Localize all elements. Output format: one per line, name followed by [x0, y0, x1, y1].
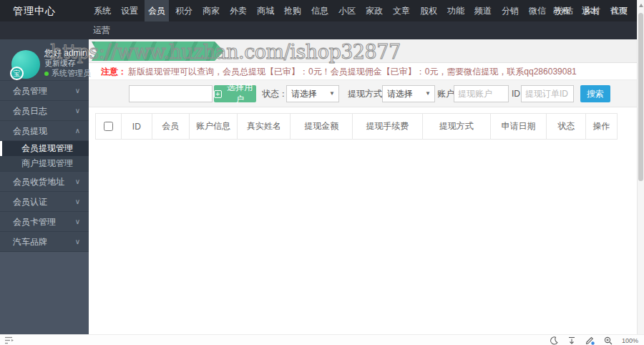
topnav-right-item[interactable]: 退出 — [576, 0, 605, 21]
status-select[interactable]: 请选择 ▼ — [286, 85, 339, 102]
id-label: ID — [512, 89, 520, 98]
sidebar-item-label: 会员认证 — [13, 197, 47, 207]
method-select[interactable]: 请选择 ▼ — [382, 85, 435, 102]
header-cell-account-info: 账户信息 — [189, 114, 238, 139]
status-select-value: 请选择 — [291, 89, 317, 99]
zoom-in-icon[interactable] — [604, 336, 613, 345]
topnav-item[interactable]: 分销 — [498, 0, 522, 21]
sidebar-item-member-log[interactable]: 会员日志 ∨ — [0, 101, 89, 121]
sidebar-item-member-card[interactable]: 会员卡管理 ∨ — [0, 212, 89, 232]
chevron-down-icon: ∨ — [75, 232, 80, 252]
scroll-up-arrow-icon[interactable] — [639, 4, 643, 7]
profile-panel: 宝 您好 admin 更新缓存 系统管理员 — [0, 39, 89, 81]
topnav-item[interactable]: 积分 — [172, 0, 196, 21]
app-title: 管理中心 — [13, 0, 56, 21]
withdraw-submenu: 会员提现管理 商户提现管理 — [0, 141, 89, 172]
scrollbar-thumb[interactable] — [638, 13, 643, 181]
annotate-pencil-icon[interactable] — [585, 336, 595, 345]
subnav-item-operations[interactable]: 运营 — [93, 21, 110, 39]
toc-icon[interactable] — [4, 336, 14, 344]
topnav-item[interactable]: 微信 — [525, 0, 550, 21]
status-bar: 100% — [0, 334, 644, 345]
sidebar-item-label: 会员卡管理 — [13, 217, 56, 227]
header-cell-member: 会员 — [152, 114, 189, 139]
chevron-down-icon: ∨ — [75, 172, 80, 192]
caret-down-icon: ▼ — [329, 86, 335, 102]
breadcrumb-strip — [89, 39, 637, 63]
select-user-label: 选择用户 — [224, 82, 256, 106]
topbar: 管理中心 系统设置会员积分商家外卖商城抢购信息小区家政文章股权功能频道分销微信分… — [0, 0, 644, 21]
topnav-item[interactable]: 股权 — [416, 0, 441, 21]
topnav-right-menu: 教程退出首页 — [547, 0, 633, 21]
topnav-item[interactable]: 信息 — [308, 0, 332, 21]
account-label: 账户 — [437, 89, 454, 98]
account-input[interactable] — [454, 85, 509, 102]
header-cell-status: 状态 — [546, 114, 585, 139]
topnav-item[interactable]: 外卖 — [226, 0, 250, 21]
chevron-down-icon: ∨ — [75, 212, 80, 232]
filter-toolbar: + 选择用户 状态： 请选择 ▼ 提现方式： 请选择 ▼ 账户 ID 搜索 — [89, 80, 637, 107]
chevron-up-icon: ∧ — [75, 121, 80, 141]
avatar-badge: 宝 — [10, 67, 24, 80]
sidebar-subitem-merchant-withdraw-manage[interactable]: 商户提现管理 — [0, 156, 89, 171]
subnav-bar: 运营 — [0, 21, 644, 39]
topnav-right-item[interactable]: 教程 — [547, 0, 576, 21]
main-content: 注意：新版提现管理可以查询，会员总提现【已审】：0元！会员提现佣金【已审】：0元… — [89, 39, 637, 334]
topnav-item[interactable]: 设置 — [117, 0, 142, 21]
header-cell-checkbox — [96, 114, 121, 139]
scrollbar[interactable] — [637, 0, 644, 334]
topnav-item[interactable]: 小区 — [335, 0, 359, 21]
chevron-down-icon: ∨ — [75, 192, 80, 212]
table-header-row: ID 会员 账户信息 真实姓名 提现金额 提现手续费 提现方式 申请日期 状态 … — [95, 113, 618, 140]
sidebar: 宝 您好 admin 更新缓存 系统管理员 会员管理 ∨ 会员日志 ∨ 会员提现… — [0, 39, 89, 334]
status-label: 状态： — [262, 89, 288, 98]
dark-mode-moon-icon[interactable] — [550, 336, 558, 345]
topnav-item[interactable]: 家政 — [362, 0, 386, 21]
sidebar-menu: 宝 您好 admin 更新缓存 系统管理员 会员管理 ∨ 会员日志 ∨ 会员提现… — [0, 39, 89, 252]
sidebar-item-member-manage[interactable]: 会员管理 ∨ — [0, 81, 89, 101]
chevron-down-icon: ∨ — [75, 101, 80, 121]
sidebar-item-label: 会员日志 — [13, 106, 47, 116]
select-all-checkbox[interactable] — [104, 122, 113, 131]
plus-icon: + — [214, 90, 222, 98]
topnav-right-item[interactable]: 首页 — [605, 0, 633, 21]
refresh-cache-link[interactable]: 更新缓存 — [44, 58, 91, 68]
header-cell-amount: 提现金额 — [290, 114, 352, 139]
sidebar-item-member-withdraw[interactable]: 会员提现 ∧ — [0, 121, 89, 141]
header-cell-apply-date: 申请日期 — [490, 114, 547, 139]
avatar: 宝 — [11, 50, 40, 79]
role-text: 系统管理员 — [52, 69, 91, 77]
topnav-item[interactable]: 功能 — [444, 0, 468, 21]
topnav-item[interactable]: 抢购 — [280, 0, 305, 21]
topnav-item[interactable]: 文章 — [389, 0, 414, 21]
topnav-item[interactable]: 会员 — [145, 0, 169, 21]
withdraw-table: ID 会员 账户信息 真实姓名 提现金额 提现手续费 提现方式 申请日期 状态 … — [95, 113, 618, 140]
topnav-item[interactable]: 商家 — [199, 0, 223, 21]
notice-prefix: 注意： — [101, 67, 127, 77]
sidebar-subitem-member-withdraw-manage[interactable]: 会员提现管理 — [0, 141, 89, 156]
header-cell-method: 提现方式 — [422, 114, 490, 139]
sidebar-item-member-address[interactable]: 会员收货地址 ∨ — [0, 172, 89, 192]
topnav-item[interactable]: 商城 — [253, 0, 278, 21]
header-cell-actions: 操作 — [585, 114, 617, 139]
header-cell-fee: 提现手续费 — [352, 114, 422, 139]
sidebar-item-label: 汽车品牌 — [13, 237, 47, 247]
caret-down-icon: ▼ — [425, 86, 431, 102]
download-icon[interactable] — [567, 336, 576, 345]
chevron-down-icon: ∨ — [75, 81, 80, 101]
online-status-dot — [44, 72, 49, 76]
method-select-value: 请选择 — [387, 89, 413, 99]
sidebar-item-car-brand[interactable]: 汽车品牌 ∨ — [0, 232, 89, 252]
order-id-input[interactable] — [521, 85, 574, 102]
sidebar-item-label: 会员提现 — [13, 126, 47, 136]
notice-text: 注意：新版提现管理可以查询，会员总提现【已审】：0元！会员提现佣金【已审】：0元… — [89, 63, 637, 80]
topnav-item[interactable]: 系统 — [90, 0, 114, 21]
sidebar-item-member-auth[interactable]: 会员认证 ∨ — [0, 192, 89, 212]
role-line: 系统管理员 — [44, 68, 91, 78]
sidebar-item-label: 会员收货地址 — [13, 177, 64, 187]
topnav-item[interactable]: 频道 — [471, 0, 495, 21]
user-input[interactable] — [129, 85, 213, 102]
select-user-button[interactable]: + 选择用户 — [214, 85, 256, 102]
zoom-level[interactable]: 100% — [622, 337, 638, 344]
search-button[interactable]: 搜索 — [580, 85, 610, 102]
